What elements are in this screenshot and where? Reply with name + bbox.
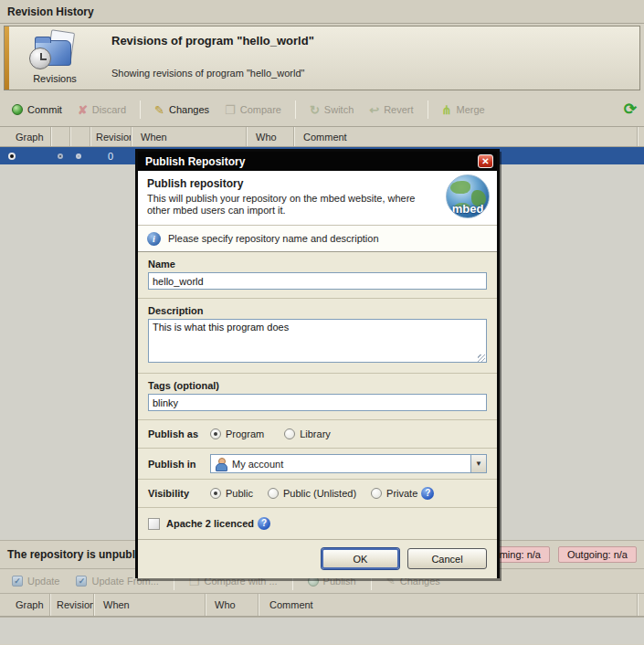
commit-icon bbox=[12, 104, 23, 115]
apache-license-checkbox[interactable] bbox=[148, 518, 160, 530]
radio-icon bbox=[284, 428, 295, 439]
radio-icon bbox=[210, 488, 221, 499]
dialog-body: Name Description This is what this progr… bbox=[138, 252, 497, 578]
toolbar-separator bbox=[140, 100, 141, 119]
mbed-logo-text: mbed bbox=[447, 202, 489, 216]
toolbar-separator bbox=[295, 100, 296, 119]
revert-icon: ↩ bbox=[369, 104, 379, 116]
license-help-icon[interactable]: ? bbox=[258, 517, 270, 530]
license-row: Apache 2 licenced ? bbox=[138, 508, 497, 539]
refresh-icon[interactable]: ⟳ bbox=[624, 102, 637, 117]
update-from-icon: ✓ bbox=[76, 576, 87, 587]
column-header-who[interactable]: Who bbox=[247, 127, 294, 146]
compare-icon: ❐ bbox=[225, 104, 236, 116]
switch-button: ↻ Switch bbox=[305, 101, 358, 119]
chevron-down-icon[interactable]: ▼ bbox=[470, 455, 486, 472]
tags-field-group: Tags (optional) bbox=[138, 374, 497, 420]
column-header-graph[interactable]: Graph bbox=[0, 594, 50, 616]
radio-icon bbox=[371, 488, 382, 499]
radio-program[interactable]: Program bbox=[210, 428, 264, 439]
resize-grip-icon[interactable] bbox=[478, 354, 485, 362]
dialog-header: Publish repository This will publish you… bbox=[138, 171, 497, 226]
column-header-revision[interactable]: Revision bbox=[50, 594, 94, 616]
discard-icon: ✘ bbox=[78, 104, 88, 116]
status-dot-icon bbox=[76, 153, 81, 159]
switch-icon: ↻ bbox=[310, 104, 320, 116]
revision-table-header: Graph Revision When Who Comment bbox=[0, 127, 644, 147]
radio-icon bbox=[210, 428, 221, 439]
column-header-when[interactable]: When bbox=[94, 594, 206, 616]
publish-in-value: My account bbox=[232, 459, 283, 470]
publish-in-row: Publish in My account ▼ bbox=[138, 449, 497, 480]
visibility-label: Visibility bbox=[148, 488, 210, 499]
revisions-header-panel: Revisions Revisions of program "hello_wo… bbox=[4, 26, 640, 90]
name-field-group: Name bbox=[138, 252, 497, 299]
info-icon: i bbox=[147, 232, 161, 246]
close-icon[interactable]: ✕ bbox=[478, 154, 493, 168]
revisions-icon-label: Revisions bbox=[33, 73, 77, 84]
column-header-when[interactable]: When bbox=[132, 127, 247, 146]
compare-button: ❐ Compare bbox=[220, 101, 286, 119]
commit-button[interactable]: Commit bbox=[7, 101, 67, 118]
graph-node-icon bbox=[8, 153, 16, 160]
panel-title: Revision History bbox=[0, 0, 644, 24]
name-input[interactable] bbox=[148, 272, 487, 290]
changes-icon: ✎ bbox=[154, 104, 164, 116]
dialog-heading: Publish repository bbox=[147, 177, 488, 190]
description-label: Description bbox=[148, 305, 487, 316]
page-title: Revisions of program "hello_world" bbox=[111, 34, 314, 48]
publish-repository-dialog: Publish Repository ✕ Publish repository … bbox=[135, 149, 500, 578]
status-dot-icon bbox=[58, 153, 63, 159]
page-subtitle: Showing revisions of program "hello_worl… bbox=[111, 68, 314, 79]
info-text: Please specify repository name and descr… bbox=[168, 233, 379, 244]
cancel-button[interactable]: Cancel bbox=[407, 548, 487, 569]
header-text: Revisions of program "hello_world" Showi… bbox=[100, 26, 314, 90]
tags-label: Tags (optional) bbox=[148, 380, 487, 391]
revert-button: ↩ Revert bbox=[364, 101, 417, 119]
radio-icon bbox=[268, 488, 279, 499]
toolbar-separator bbox=[428, 100, 428, 119]
changes-button[interactable]: ✎ Changes bbox=[150, 101, 214, 119]
description-textarea[interactable]: This is what this program does bbox=[148, 319, 487, 363]
revisions-icon-block: Revisions bbox=[9, 26, 100, 90]
publish-as-row: Publish as Program Library bbox=[138, 420, 497, 449]
column-header-graph[interactable]: Graph bbox=[0, 127, 51, 146]
update-icon: ✓ bbox=[12, 576, 23, 587]
description-field-group: Description This is what this program do… bbox=[138, 299, 497, 374]
dialog-titlebar[interactable]: Publish Repository ✕ bbox=[138, 152, 497, 171]
visibility-help-icon[interactable]: ? bbox=[421, 487, 434, 500]
column-header-revision[interactable]: Revision bbox=[90, 127, 132, 146]
radio-public[interactable]: Public bbox=[210, 488, 253, 499]
column-header-comment[interactable]: Comment bbox=[294, 127, 638, 146]
update-button: ✓ Update bbox=[7, 573, 64, 589]
publish-as-label: Publish as bbox=[148, 428, 210, 439]
column-header-blank1[interactable] bbox=[51, 127, 70, 146]
remote-list-empty-area bbox=[0, 617, 644, 644]
publish-in-dropdown[interactable]: My account ▼ bbox=[210, 454, 487, 473]
column-header-who[interactable]: Who bbox=[206, 594, 259, 616]
radio-private[interactable]: Private bbox=[371, 488, 417, 499]
revision-number: 0 bbox=[108, 151, 113, 162]
dialog-info-bar: i Please specify repository name and des… bbox=[138, 226, 497, 252]
panel-title-label: Revision History bbox=[7, 5, 94, 18]
mbed-logo: mbed bbox=[446, 174, 490, 218]
remote-table-header: Graph Revision When Who Comment bbox=[0, 594, 644, 617]
dialog-description: This will publish your repository on the… bbox=[147, 193, 435, 217]
clock-icon bbox=[29, 48, 51, 69]
user-icon bbox=[215, 458, 227, 470]
column-header-comment[interactable]: Comment bbox=[259, 594, 638, 616]
ok-button[interactable]: OK bbox=[322, 548, 399, 569]
header-wrap: Revisions Revisions of program "hello_wo… bbox=[0, 24, 644, 93]
column-header-blank2[interactable] bbox=[70, 127, 90, 146]
radio-public-unlisted[interactable]: Public (Unlisted) bbox=[268, 488, 356, 499]
radio-library[interactable]: Library bbox=[284, 428, 331, 439]
apache-license-label: Apache 2 licenced bbox=[166, 518, 254, 529]
dialog-title: Publish Repository bbox=[145, 155, 245, 168]
name-label: Name bbox=[148, 259, 487, 270]
merge-icon: ⋔ bbox=[442, 104, 452, 116]
discard-button: ✘ Discard bbox=[73, 101, 131, 119]
publish-in-label: Publish in bbox=[148, 459, 210, 470]
outgoing-badge: Outgoing: n/a bbox=[558, 546, 637, 563]
dialog-button-row: OK Cancel bbox=[138, 539, 497, 578]
tags-input[interactable] bbox=[148, 394, 487, 411]
